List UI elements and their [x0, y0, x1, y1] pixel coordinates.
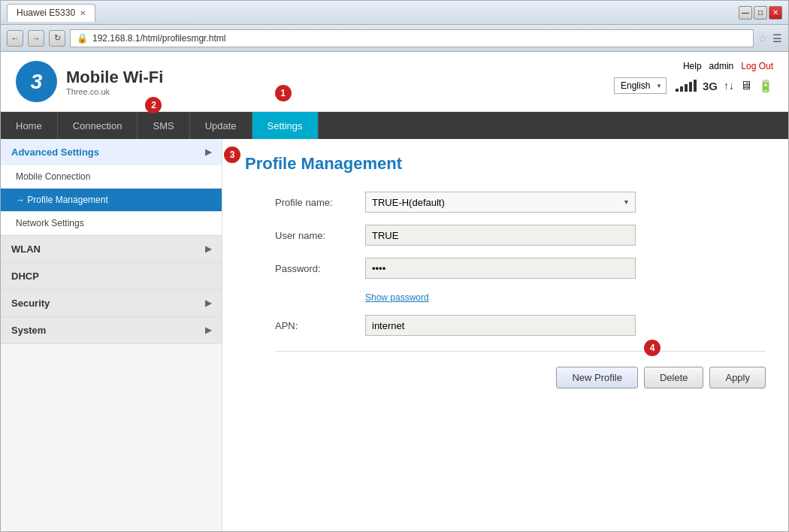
- profile-name-control: TRUE-H(default): [365, 192, 636, 213]
- new-profile-button[interactable]: New Profile: [556, 367, 637, 388]
- browser-window: Huawei E5330 ✕ — □ ✕ ← → ↻ 🔒 192.168.8.1…: [0, 0, 789, 532]
- nav-sms[interactable]: SMS 2: [138, 112, 189, 139]
- annotation-4: 4: [644, 340, 661, 356]
- show-password-wrapper: Show password: [365, 291, 636, 303]
- menu-button[interactable]: ☰: [772, 32, 782, 44]
- delete-button[interactable]: Delete: [644, 367, 704, 388]
- network-type: 3G: [703, 80, 718, 92]
- main-layout: Advanced Settings ▶ Mobile Connection Pr…: [1, 139, 788, 531]
- password-control: [365, 258, 636, 279]
- apply-button[interactable]: Apply: [709, 367, 766, 388]
- address-bar-row: ← → ↻ 🔒 192.168.8.1/html/profilesmgr.htm…: [1, 25, 788, 52]
- page-title: Profile Management: [245, 154, 402, 174]
- dhcp-label: DHCP: [11, 271, 39, 282]
- sidebar: Advanced Settings ▶ Mobile Connection Pr…: [1, 139, 222, 531]
- minimize-button[interactable]: —: [739, 6, 752, 20]
- profile-name-select[interactable]: TRUE-H(default): [365, 192, 636, 213]
- apn-input[interactable]: internet: [365, 315, 636, 336]
- address-icon: 🔒: [77, 33, 88, 44]
- nav-update[interactable]: Update: [190, 112, 252, 139]
- title-bar: Huawei E5330 ✕ — □ ✕: [1, 1, 788, 25]
- address-bar[interactable]: 🔒 192.168.8.1/html/profilesmgr.html: [70, 29, 754, 47]
- status-icons: 3G ↑↓ 🖥 🔋: [676, 79, 773, 93]
- username-input[interactable]: TRUE: [365, 225, 636, 246]
- logo-icon: 3: [16, 61, 57, 102]
- logout-link[interactable]: Log Out: [741, 61, 773, 71]
- form-divider: [275, 351, 766, 352]
- tab-close-button[interactable]: ✕: [80, 9, 86, 17]
- battery-icon: 🔋: [758, 79, 773, 93]
- main-navigation: Home Connection SMS 2 Update Settings 1: [1, 112, 788, 139]
- sidebar-network-settings[interactable]: Network Settings: [1, 212, 222, 235]
- sidebar-security-header[interactable]: Security ▶: [1, 290, 222, 316]
- system-label: System: [11, 325, 46, 336]
- sidebar-mobile-connection[interactable]: Mobile Connection: [1, 165, 222, 189]
- username-control: TRUE: [365, 225, 636, 246]
- password-label: Password:: [275, 263, 365, 274]
- show-password-row: Show password: [275, 291, 766, 303]
- username-label: User name:: [275, 230, 365, 241]
- maximize-button[interactable]: □: [754, 6, 767, 20]
- signal-bar-2: [680, 86, 683, 92]
- language-selector[interactable]: English: [614, 77, 667, 94]
- nav-settings[interactable]: Settings 1: [252, 112, 319, 139]
- logo-text: Mobile Wi-Fi Three.co.uk: [66, 68, 163, 96]
- content-title-wrapper: 3 Profile Management: [245, 154, 402, 192]
- app-subtitle: Three.co.uk: [66, 87, 163, 96]
- wlan-label: WLAN: [11, 243, 41, 255]
- password-input[interactable]: [365, 258, 636, 279]
- nav-connection[interactable]: Connection: [58, 112, 138, 139]
- apn-label: APN:: [275, 320, 365, 331]
- sidebar-wlan-header[interactable]: WLAN ▶: [1, 236, 222, 262]
- wlan-arrow-icon: ▶: [205, 244, 211, 254]
- sidebar-profile-management[interactable]: Profile Management: [1, 189, 222, 212]
- annotation-3: 3: [224, 147, 240, 163]
- advanced-arrow-icon: ▶: [205, 147, 211, 157]
- reload-button[interactable]: ↻: [49, 30, 65, 47]
- signal-bars: [676, 80, 697, 92]
- profile-form: Profile name: TRUE-H(default) User name:: [245, 192, 766, 388]
- tab-title: Huawei E5330: [17, 8, 75, 18]
- sidebar-advanced-header[interactable]: Advanced Settings ▶: [1, 139, 222, 165]
- signal-bar-4: [689, 82, 692, 92]
- page-content: 3 Mobile Wi-Fi Three.co.uk Help admin Lo…: [1, 52, 788, 531]
- system-arrow-icon: ▶: [205, 325, 211, 335]
- transfer-icon: ↑↓: [724, 80, 734, 92]
- signal-bar-5: [694, 80, 697, 92]
- page-header: 3 Mobile Wi-Fi Three.co.uk Help admin Lo…: [1, 52, 788, 112]
- signal-bar-1: [676, 89, 679, 92]
- sidebar-section-advanced: Advanced Settings ▶ Mobile Connection Pr…: [1, 139, 222, 236]
- profile-name-select-wrapper: TRUE-H(default): [365, 192, 636, 213]
- show-password-link[interactable]: Show password: [365, 292, 636, 303]
- admin-link[interactable]: admin: [709, 61, 734, 71]
- help-link[interactable]: Help: [683, 61, 702, 71]
- username-row: User name: TRUE: [275, 225, 766, 246]
- nav-home[interactable]: Home: [1, 112, 58, 139]
- window-controls: — □ ✕: [739, 6, 782, 20]
- sidebar-system-header[interactable]: System ▶: [1, 317, 222, 343]
- logo-area: 3 Mobile Wi-Fi Three.co.uk: [16, 61, 163, 102]
- sidebar-section-security: Security ▶: [1, 290, 222, 317]
- language-dropdown[interactable]: English: [614, 77, 667, 94]
- url-text: 192.168.8.1/html/profilesmgr.html: [92, 33, 225, 44]
- back-button[interactable]: ←: [7, 30, 23, 47]
- apn-row: APN: internet: [275, 315, 766, 336]
- close-button[interactable]: ✕: [769, 6, 782, 20]
- content-area: 3 Profile Management Profile name: TRUE-…: [222, 139, 788, 531]
- password-row: Password:: [275, 258, 766, 279]
- bookmark-button[interactable]: ☆: [758, 32, 768, 44]
- sidebar-section-system: System ▶: [1, 317, 222, 344]
- advanced-settings-label: Advanced Settings: [11, 147, 99, 158]
- button-row: 4 New Profile Delete Apply: [275, 367, 766, 388]
- sidebar-section-dhcp: DHCP: [1, 263, 222, 290]
- browser-tab[interactable]: Huawei E5330 ✕: [7, 4, 95, 22]
- sidebar-advanced-items: Mobile Connection Profile Management Net…: [1, 165, 222, 235]
- sidebar-dhcp-header[interactable]: DHCP: [1, 263, 222, 289]
- security-arrow-icon: ▶: [205, 298, 211, 308]
- app-title: Mobile Wi-Fi: [66, 68, 163, 87]
- signal-bar-3: [685, 84, 688, 92]
- sidebar-section-wlan: WLAN ▶: [1, 236, 222, 263]
- forward-button[interactable]: →: [28, 30, 44, 47]
- security-label: Security: [11, 298, 50, 309]
- computer-icon: 🖥: [740, 79, 752, 92]
